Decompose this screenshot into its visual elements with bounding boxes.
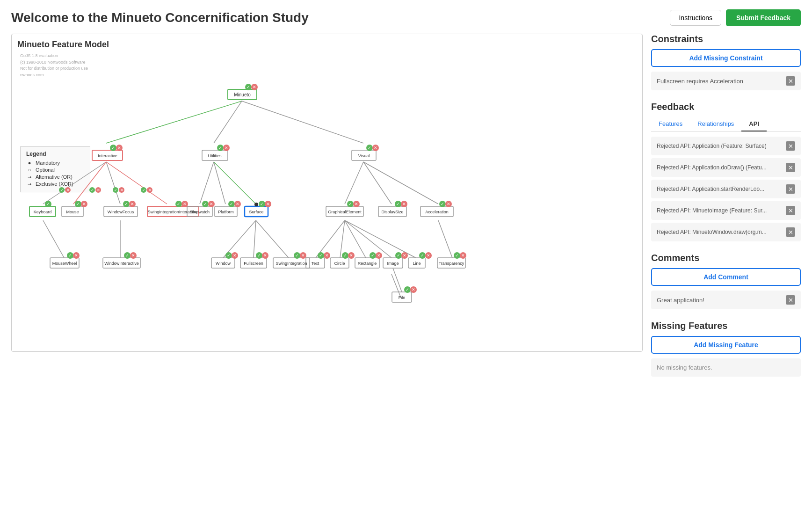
instructions-button[interactable]: Instructions xyxy=(670,10,721,26)
svg-text:✕: ✕ xyxy=(233,253,237,258)
svg-text:✕: ✕ xyxy=(210,202,213,206)
svg-text:✕: ✕ xyxy=(461,253,465,258)
api-item-text: Rejected API: Application.startRenderLoo… xyxy=(657,186,764,192)
svg-text:DisplaySize: DisplaySize xyxy=(381,210,403,214)
feedback-title: Feedback xyxy=(651,102,801,112)
svg-line-4 xyxy=(43,162,106,204)
svg-text:✓: ✓ xyxy=(177,202,181,206)
svg-line-5 xyxy=(73,162,106,204)
api-item: Rejected API: Application (Feature: Surf… xyxy=(651,137,801,155)
svg-text:✕: ✕ xyxy=(403,253,406,258)
svg-text:✕: ✕ xyxy=(377,253,381,258)
svg-line-14 xyxy=(43,220,64,258)
svg-text:✓: ✓ xyxy=(124,202,128,206)
svg-text:✕: ✕ xyxy=(183,202,187,206)
constraint-remove-button[interactable]: ✕ xyxy=(786,76,795,86)
add-missing-feature-button[interactable]: Add Missing Feature xyxy=(651,336,801,354)
api-item-text: Rejected API: MinuetoImage (Feature: Sur… xyxy=(657,207,767,214)
svg-text:✓: ✓ xyxy=(397,253,400,258)
svg-text:✕: ✕ xyxy=(301,253,305,258)
svg-text:✓: ✓ xyxy=(343,253,347,258)
svg-text:✓: ✓ xyxy=(260,202,264,206)
svg-text:✕: ✕ xyxy=(349,253,353,258)
comment-remove-button[interactable]: ✕ xyxy=(786,295,795,305)
diagram-area[interactable]: Minueto ✓ ✕ Interactive ✓ ✕ Utilities xyxy=(17,54,637,326)
svg-text:SwingIntegration: SwingIntegration xyxy=(276,261,307,266)
tab-api[interactable]: API xyxy=(741,117,767,131)
svg-line-25 xyxy=(438,220,452,258)
comments-section: Comments Add Comment Great application! … xyxy=(651,253,801,312)
missing-features-section: Missing Features Add Missing Feature No … xyxy=(651,320,801,377)
svg-text:✓: ✓ xyxy=(111,146,115,150)
svg-line-16 xyxy=(223,220,256,258)
api-item: Rejected API: Application.startRenderLoo… xyxy=(651,180,801,198)
svg-text:✕: ✕ xyxy=(253,85,256,89)
svg-text:✓: ✓ xyxy=(60,188,64,192)
submit-feedback-button[interactable]: Submit Feedback xyxy=(726,9,801,26)
svg-text:✓: ✓ xyxy=(91,188,94,192)
api-item-remove-2[interactable]: ✕ xyxy=(786,184,795,194)
svg-text:Surface: Surface xyxy=(249,210,263,214)
svg-text:WindowFocus: WindowFocus xyxy=(108,210,134,214)
comments-title: Comments xyxy=(651,253,801,263)
svg-line-1 xyxy=(106,101,242,143)
api-item-text: Rejected API: Application.doDraw() (Feat… xyxy=(657,164,767,171)
svg-line-2 xyxy=(214,101,242,143)
svg-line-3 xyxy=(242,101,363,143)
header: Welcome to the Minueto Concernification … xyxy=(11,9,801,26)
svg-text:Minueto: Minueto xyxy=(234,92,251,97)
svg-text:✓: ✓ xyxy=(257,253,261,258)
api-item-remove-1[interactable]: ✕ xyxy=(786,163,795,172)
svg-text:Text: Text xyxy=(312,261,319,266)
svg-text:✕: ✕ xyxy=(412,287,415,292)
svg-text:✕: ✕ xyxy=(355,202,358,206)
svg-text:✓: ✓ xyxy=(46,202,50,206)
svg-text:Utilities: Utilities xyxy=(208,153,222,158)
constraints-section: Constraints Add Missing Constraint Fulls… xyxy=(651,34,801,93)
api-item: Rejected API: MinuetoWindow.draw(org.m..… xyxy=(651,223,801,241)
svg-text:Window: Window xyxy=(216,261,231,266)
constraints-title: Constraints xyxy=(651,34,801,44)
svg-line-8 xyxy=(200,162,214,204)
api-item-remove-0[interactable]: ✕ xyxy=(786,141,795,151)
constraint-item: Fullscreen requires Acceleration ✕ xyxy=(651,72,801,90)
svg-text:✓: ✓ xyxy=(227,253,231,258)
svg-line-18 xyxy=(256,220,289,258)
add-constraint-button[interactable]: Add Missing Constraint xyxy=(651,49,801,67)
tab-relationships[interactable]: Relationships xyxy=(690,117,741,131)
svg-line-10 xyxy=(214,162,256,204)
svg-text:Platform: Platform xyxy=(218,210,234,214)
svg-text:✓: ✓ xyxy=(348,202,352,206)
svg-text:✕: ✕ xyxy=(402,202,406,206)
svg-text:✓: ✓ xyxy=(455,253,459,258)
svg-text:✓: ✓ xyxy=(230,202,233,206)
svg-text:✕: ✕ xyxy=(66,188,70,192)
comment-item: Great application! ✕ xyxy=(651,291,801,309)
svg-text:✕: ✕ xyxy=(148,188,152,192)
api-item-remove-3[interactable]: ✕ xyxy=(786,206,795,215)
svg-text:✓: ✓ xyxy=(441,202,444,206)
svg-text:Image: Image xyxy=(387,261,399,266)
svg-text:WindowInteractive: WindowInteractive xyxy=(104,261,139,266)
main-layout: Minueto Feature Model GoJS 1.8 evaluatio… xyxy=(11,34,801,377)
svg-text:✓: ✓ xyxy=(246,85,250,89)
svg-text:✓: ✓ xyxy=(406,287,409,292)
add-comment-button[interactable]: Add Comment xyxy=(651,268,801,286)
svg-text:✕: ✕ xyxy=(447,202,450,206)
svg-text:✕: ✕ xyxy=(225,146,228,150)
svg-text:Rectangle: Rectangle xyxy=(358,261,377,266)
svg-line-22 xyxy=(345,220,392,258)
svg-text:✓: ✓ xyxy=(371,253,375,258)
missing-features-title: Missing Features xyxy=(651,320,801,331)
constraint-text: Fullscreen requires Acceleration xyxy=(657,78,782,85)
svg-text:✓: ✓ xyxy=(218,146,222,150)
svg-line-11 xyxy=(345,162,363,204)
svg-text:✕: ✕ xyxy=(82,202,86,206)
svg-text:Interactive: Interactive xyxy=(98,153,117,158)
svg-line-13 xyxy=(363,162,438,204)
svg-text:Circle: Circle xyxy=(334,261,345,266)
svg-text:✓: ✓ xyxy=(420,253,424,258)
tab-features[interactable]: Features xyxy=(651,117,690,131)
svg-text:Fullscreen: Fullscreen xyxy=(244,261,263,266)
api-item-remove-4[interactable]: ✕ xyxy=(786,227,795,237)
